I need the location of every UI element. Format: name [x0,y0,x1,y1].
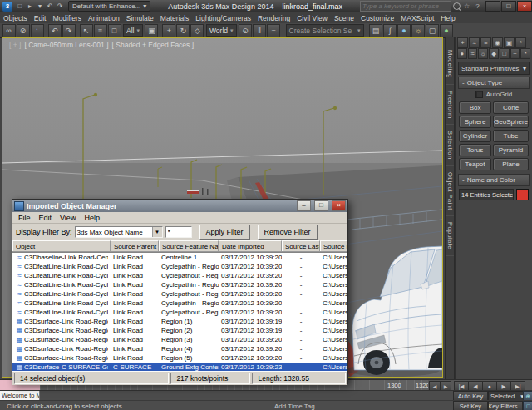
favorites-star-icon[interactable]: ☆ [462,2,471,11]
hierarchy-tab-icon[interactable]: ≡ [480,37,491,48]
object-type-rollout[interactable]: - Object Type [458,77,530,89]
table-row[interactable]: ≈C3DfeatLine-Link Road-Cyclepat...Link R… [12,280,347,289]
render-setup-icon[interactable]: ☼ [411,24,425,37]
menu-lighting-cameras[interactable]: Lighting/Cameras [192,14,254,22]
create-tab-icon[interactable]: + [457,37,468,48]
undo-scene-icon[interactable]: ↶ [48,24,62,37]
shapes-category-icon[interactable]: ≈ [468,48,478,59]
coordinate-system-dropdown[interactable]: World▾ [206,24,237,37]
redo-icon[interactable]: ↷ [55,2,65,12]
undo-icon[interactable]: ↶ [45,2,55,12]
table-row[interactable]: ▦C3Dsurface-Link Road-Region (3)Link Roa… [12,335,347,344]
table-row[interactable]: ≈C3DfeatLine-Link Road-Cyclepat...Link R… [12,271,347,280]
menu-simulate[interactable]: Simulate [123,14,157,22]
viewport-shading-menu[interactable]: [ Shaded + Edged Faces ] [112,41,195,49]
column-date-imported[interactable]: Date Imported [219,240,282,251]
systems-category-icon[interactable]: * [520,48,530,59]
menu-materials[interactable]: Materials [157,14,192,22]
render-production-icon[interactable]: ● [440,24,453,37]
lights-category-icon[interactable]: ☼ [478,48,488,59]
table-row-selected[interactable]: ▦C3Dsurface-C-SURFACE-Ground ...C-SURFAC… [12,363,347,371]
named-selection-set-combo[interactable]: Create Selection Se▾ [286,24,364,37]
use-pivot-center-icon[interactable]: ⊙ [239,24,252,37]
save-file-icon[interactable]: ▾ [35,2,45,12]
unlink-selection-icon[interactable]: ⊘ [17,24,30,37]
viewport-general-menu[interactable]: [ + ] [9,41,21,49]
selection-filter-dropdown[interactable]: All▾ [123,24,143,37]
primitive-category-dropdown[interactable]: Standard Primitives ▾ [458,62,530,75]
search-icon[interactable] [453,2,461,10]
display-tab-icon[interactable]: ▣ [504,37,515,48]
torus-button[interactable]: Torus [459,144,491,156]
rotate-tool-icon[interactable]: ↻ [176,24,190,37]
spacewarps-category-icon[interactable]: ~ [510,48,520,59]
rectangular-selection-icon[interactable]: □ [108,24,121,37]
help-icon[interactable]: ? [473,2,482,11]
filter-type-dropdown[interactable]: 3ds Max Object Name ▾ [75,226,163,238]
menu-objects[interactable]: Objects [0,14,31,22]
select-and-link-icon[interactable]: ∞ [2,24,16,37]
modify-tab-icon[interactable]: ≈ [469,37,480,48]
align-icon[interactable]: = [267,24,280,37]
menu-customize[interactable]: Customize [357,14,397,22]
pyramid-button[interactable]: Pyramid [493,144,529,156]
table-row[interactable]: ≈C3Dbaseline-Link Road-Centreline 1Link … [12,253,347,262]
table-row[interactable]: ≈C3DfeatLine-Link Road-Cyclepat...Link R… [12,308,347,317]
table-row[interactable]: ≈C3DfeatLine-Link Road-Cyclepat...Link R… [12,289,347,299]
bind-to-spacewarp-icon[interactable]: ∴ [31,24,44,37]
geometry-category-icon[interactable]: ● [457,48,467,59]
column-source-parent[interactable]: Source Parent Name [111,240,159,251]
tube-button[interactable]: Tube [493,130,529,142]
menu-scene[interactable]: Scene [331,14,357,22]
ribbon-tab-modeling[interactable]: Modeling [446,44,454,85]
select-object-icon[interactable]: ↖ [80,24,93,37]
viewport-camera-menu[interactable]: [ Came-050mm Lens-001 ] [24,41,108,49]
set-key-button[interactable]: Set Key [453,401,488,410]
search-input[interactable] [360,1,451,12]
close-button[interactable]: × [517,1,532,12]
workspace-dropdown[interactable]: Default with Enhance... ▾ [68,1,150,12]
menu-maxscript[interactable]: MAXScript [397,14,437,22]
table-row[interactable]: ≈C3DfeatLine-Link Road-Cyclepat...Link R… [12,262,347,271]
maximize-button[interactable]: □ [501,1,516,12]
sphere-button[interactable]: Sphere [459,116,491,128]
dialog-minimize-button[interactable]: – [297,200,311,211]
utilities-tab-icon[interactable]: * [515,37,526,48]
maximize-viewport-icon[interactable]: □ [523,401,532,410]
menu-animation[interactable]: Animation [85,14,123,22]
dialog-menu-view[interactable]: View [56,214,80,222]
table-row[interactable]: ≈C3DfeatLine-Link Road-Cyclepat...Link R… [12,299,347,308]
box-button[interactable]: Box [459,101,491,114]
cone-button[interactable]: Cone [493,101,529,114]
ribbon-tab-selection[interactable]: Selection [446,125,454,165]
redo-scene-icon[interactable]: ↷ [62,24,76,37]
object-color-swatch[interactable] [516,189,529,200]
dialog-titlebar[interactable]: Imported Object Manager – □ × [12,200,347,212]
dialog-menu-help[interactable]: Help [80,214,104,222]
geosphere-button[interactable]: GeoSphere [493,116,529,128]
menu-help[interactable]: Help [437,14,458,22]
column-source-file[interactable]: Source File [320,240,347,251]
open-file-icon[interactable]: ▸ [25,2,35,12]
table-row[interactable]: ▦C3Dsurface-Link Road-Region (5)Link Roa… [12,353,347,363]
filter-pattern-input[interactable] [165,226,192,238]
dialog-maximize-button[interactable]: □ [314,200,328,211]
remove-filter-button[interactable]: Remove Filter [258,225,318,240]
move-tool-icon[interactable]: + [162,24,175,37]
menu-rendering[interactable]: Rendering [254,14,293,22]
ribbon-tab-populate[interactable]: Populate [446,216,454,256]
dialog-menu-file[interactable]: File [14,214,35,222]
dialog-menu-edit[interactable]: Edit [35,214,57,222]
new-scene-icon[interactable]: □ [15,2,25,12]
scale-tool-icon[interactable]: ◇ [190,24,204,37]
mirror-icon[interactable]: ‖ [253,24,266,37]
menu-modifiers[interactable]: Modifiers [49,14,84,22]
object-name-field[interactable]: 14 Entities Selected [459,189,514,200]
minimize-button[interactable]: – [485,1,500,12]
menu-edit[interactable]: Edit [31,14,50,22]
select-by-name-icon[interactable]: ≡ [94,24,107,37]
cameras-category-icon[interactable]: ◆ [489,48,499,59]
motion-tab-icon[interactable]: ◉ [492,37,503,48]
autogrid-checkbox[interactable] [475,91,483,98]
3dsmax-logo-icon[interactable]: 3 [2,2,12,12]
